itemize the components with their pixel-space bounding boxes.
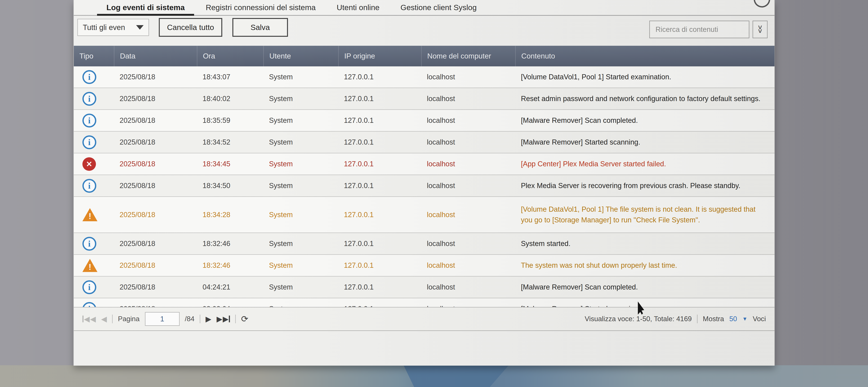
column-header[interactable]: Ora (197, 46, 264, 66)
clear-all-button[interactable]: Cancella tutto (159, 18, 222, 37)
cell-computer-name: localhost (421, 261, 515, 270)
cell-content: [Volume DataVol1, Pool 1] Started examin… (515, 72, 775, 82)
divider (697, 315, 698, 323)
page-total: /84 (185, 315, 194, 323)
log-row[interactable]: !2025/08/1818:34:28System127.0.0.1localh… (74, 197, 775, 233)
cell-type: i (74, 237, 114, 251)
cell-time: 18:32:46 (197, 261, 264, 270)
system-log-window: Log eventi di sistemaRegistri connession… (73, 0, 775, 365)
log-row[interactable]: ✕2025/08/1818:34:45System127.0.0.1localh… (74, 153, 775, 175)
log-row[interactable]: i2025/08/1804:24:21System127.0.0.1localh… (74, 277, 775, 298)
cell-type: i (74, 135, 114, 149)
info-icon: i (83, 114, 96, 128)
cell-type: i (74, 179, 114, 193)
cell-user: System (264, 240, 338, 248)
cell-computer-name: localhost (421, 182, 515, 190)
log-row[interactable]: i2025/08/1818:34:52System127.0.0.1localh… (74, 132, 775, 153)
info-icon: i (83, 237, 96, 251)
log-row[interactable]: i2025/08/1818:43:07System127.0.0.1localh… (74, 66, 775, 88)
cell-computer-name: localhost (421, 116, 515, 125)
cell-content: Reset admin password and network configu… (515, 93, 775, 104)
cell-content: [Malware Remover] Scan completed. (515, 282, 775, 292)
display-info-group: Visualizza voce: 1-50, Totale: 4169 Most… (585, 315, 766, 323)
column-header[interactable]: IP origine (338, 46, 421, 66)
page-number-input[interactable]: 1 (145, 312, 180, 326)
cell-source-ip: 127.0.0.1 (338, 138, 421, 146)
cell-source-ip: 127.0.0.1 (338, 211, 421, 219)
cell-date: 2025/08/18 (114, 160, 197, 168)
cell-source-ip: 127.0.0.1 (338, 261, 421, 270)
cell-user: System (264, 182, 338, 190)
page-size-select[interactable]: 50 (729, 315, 737, 323)
column-header[interactable]: Contenuto (515, 46, 775, 66)
cell-source-ip: 127.0.0.1 (338, 182, 421, 190)
cell-type: i (74, 280, 114, 294)
info-icon: i (83, 179, 96, 193)
column-header[interactable]: Nome del computer (421, 46, 515, 66)
caret-down-icon[interactable]: ▼ (742, 316, 747, 322)
log-row[interactable]: !2025/08/1818:32:46System127.0.0.1localh… (74, 255, 775, 277)
cell-time: 04:24:21 (197, 283, 264, 291)
log-row[interactable]: i2025/08/1803:02:04System127.0.0.1localh… (74, 298, 775, 308)
tab-bar: Log eventi di sistemaRegistri connession… (74, 0, 775, 16)
page-label: Pagina (118, 315, 140, 323)
cell-user: System (264, 138, 338, 146)
cell-content: [Malware Remover] Scan completed. (515, 115, 775, 126)
save-button[interactable]: Salva (232, 18, 288, 37)
first-page-button[interactable]: ◀◀ (83, 315, 96, 323)
column-header[interactable]: Utente (264, 46, 338, 66)
column-header[interactable]: Data (114, 46, 197, 66)
cell-type: i (74, 92, 114, 106)
cell-source-ip: 127.0.0.1 (338, 95, 421, 103)
cell-date: 2025/08/18 (114, 211, 197, 219)
cell-user: System (264, 73, 338, 81)
cell-content: Plex Media Server is recovering from pre… (515, 180, 775, 191)
cell-time: 18:32:46 (197, 240, 264, 248)
tab-system-event-log[interactable]: Log eventi di sistema (96, 0, 195, 15)
cell-user: System (264, 211, 338, 219)
cell-type: i (74, 70, 114, 84)
content-search-input[interactable]: Ricerca di contenuti (649, 21, 749, 38)
tab-syslog-client-management[interactable]: Gestione client Syslog (390, 0, 487, 15)
log-row[interactable]: i2025/08/1818:32:46System127.0.0.1localh… (74, 233, 775, 255)
info-icon: i (83, 92, 96, 106)
cell-time: 18:43:07 (197, 73, 264, 81)
cell-date: 2025/08/18 (114, 240, 197, 248)
cell-content: [Volume DataVol1, Pool 1] The file syste… (515, 204, 775, 225)
chevron-down-icon: ˅ (758, 29, 762, 33)
tab-system-connection-logs[interactable]: Registri connessioni del sistema (195, 0, 326, 15)
advanced-search-toggle[interactable]: ˅ ˅ (752, 21, 768, 38)
cell-source-ip: 127.0.0.1 (338, 73, 421, 81)
cell-computer-name: localhost (421, 211, 515, 219)
tab-online-users[interactable]: Utenti online (326, 0, 390, 15)
log-row[interactable]: i2025/08/1818:34:50System127.0.0.1localh… (74, 175, 775, 197)
divider (235, 315, 236, 323)
caret-down-icon (136, 25, 144, 30)
divider (200, 315, 200, 323)
cell-source-ip: 127.0.0.1 (338, 160, 421, 168)
info-icon: i (83, 280, 96, 294)
cell-user: System (264, 283, 338, 291)
pagination-controls: ◀◀ ◀ Pagina 1 /84 ▶ ▶▶ ⟳ (83, 312, 248, 326)
info-icon: i (83, 135, 96, 149)
next-page-button[interactable]: ▶ (206, 315, 211, 323)
last-page-button[interactable]: ▶▶ (217, 315, 230, 323)
display-info: Visualizza voce: 1-50, Totale: 4169 (585, 315, 692, 323)
cell-time: 18:40:02 (197, 95, 264, 103)
cell-content: System started. (515, 238, 775, 249)
cell-time: 18:34:52 (197, 138, 264, 146)
log-row[interactable]: i2025/08/1818:35:59System127.0.0.1localh… (74, 110, 775, 132)
previous-page-button[interactable]: ◀ (101, 315, 107, 323)
error-icon: ✕ (83, 157, 96, 171)
warning-icon: ! (83, 208, 97, 221)
log-row[interactable]: i2025/08/1818:40:02System127.0.0.1localh… (74, 88, 775, 110)
cell-time: 18:34:45 (197, 160, 264, 168)
warning-icon: ! (83, 259, 97, 272)
cell-type: ! (74, 208, 114, 221)
event-type-filter-dropdown[interactable]: Tutti gli even (78, 19, 149, 36)
cell-date: 2025/08/18 (114, 182, 197, 190)
info-icon: i (83, 70, 96, 84)
pagination-bar: ◀◀ ◀ Pagina 1 /84 ▶ ▶▶ ⟳ Visualizza voce… (74, 307, 775, 331)
refresh-icon[interactable]: ⟳ (241, 314, 248, 324)
column-header[interactable]: Tipo (74, 46, 114, 66)
